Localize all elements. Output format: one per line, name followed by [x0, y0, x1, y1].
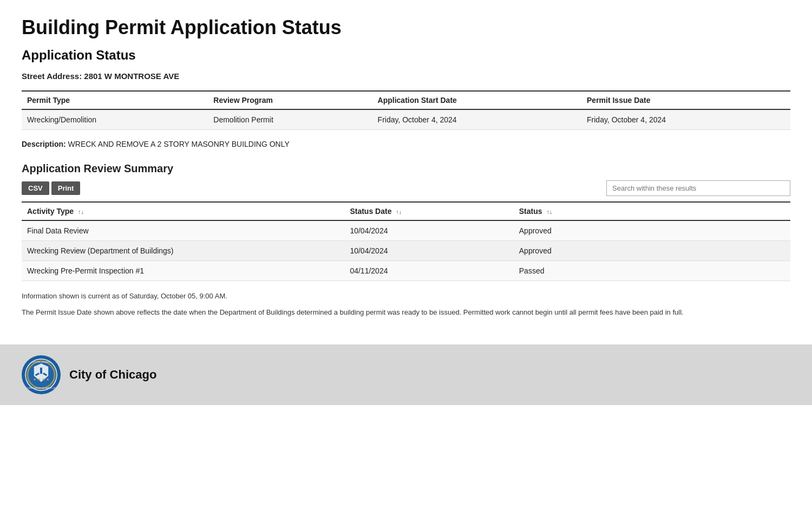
table-row: Final Data Review10/04/2024Approved	[22, 220, 790, 241]
col-header-status-date: Status Date ↑↓	[344, 202, 513, 220]
col-header-activity-type: Activity Type ↑↓	[22, 202, 344, 220]
permit-row: Wrecking/Demolition Demolition Permit Fr…	[22, 109, 790, 130]
csv-button[interactable]: CSV	[22, 181, 49, 195]
city-logo: ★ ★ ★ ★ CITY OF CHICAGO INCORPORATED 4th…	[22, 355, 61, 394]
col-header-permit-type: Permit Type	[22, 91, 208, 109]
status-cell: Approved	[514, 241, 790, 261]
review-summary-title: Application Review Summary	[22, 162, 790, 175]
street-address-label: Street Address:	[22, 71, 82, 81]
table-row: Wrecking Pre-Permit Inspection #104/11/2…	[22, 261, 790, 281]
activity-type-cell: Final Data Review	[22, 220, 344, 241]
svg-text:★ ★ ★ ★: ★ ★ ★ ★	[33, 377, 49, 381]
footer: ★ ★ ★ ★ CITY OF CHICAGO INCORPORATED 4th…	[0, 344, 812, 405]
street-address: Street Address: 2801 W MONTROSE AVE	[22, 71, 790, 81]
print-button[interactable]: Print	[51, 181, 81, 195]
status-cell: Passed	[514, 261, 790, 281]
info-line-1: Information shown is current as of Satur…	[22, 291, 790, 302]
review-program-cell: Demolition Permit	[208, 109, 372, 130]
svg-rect-5	[40, 368, 42, 374]
activity-type-cell: Wrecking Pre-Permit Inspection #1	[22, 261, 344, 281]
table-row: Wrecking Review (Department of Buildings…	[22, 241, 790, 261]
description-value: WRECK AND REMOVE A 2 STORY MASONRY BUILD…	[68, 140, 290, 148]
section-subtitle: Application Status	[22, 48, 790, 63]
permit-type-cell: Wrecking/Demolition	[22, 109, 208, 130]
app-start-date-cell: Friday, October 4, 2024	[372, 109, 581, 130]
page-title: Building Permit Application Status	[22, 16, 790, 39]
info-line-2: The Permit Issue Date shown above reflec…	[22, 307, 790, 318]
svg-text:CITY OF CHICAGO: CITY OF CHICAGO	[32, 361, 50, 363]
status-date-cell: 10/04/2024	[344, 220, 513, 241]
status-cell: Approved	[514, 220, 790, 241]
activity-table: Activity Type ↑↓ Status Date ↑↓ Status ↑…	[22, 201, 790, 281]
svg-text:INCORPORATED 4th MARCH 1837: INCORPORATED 4th MARCH 1837	[25, 387, 58, 389]
status-sort-icon[interactable]: ↑↓	[546, 209, 552, 215]
toolbar-buttons: CSV Print	[22, 181, 80, 195]
street-address-value: 2801 W MONTROSE AVE	[84, 71, 179, 81]
col-header-review-program: Review Program	[208, 91, 372, 109]
status-date-cell: 04/11/2024	[344, 261, 513, 281]
col-header-permit-issue-date: Permit Issue Date	[581, 91, 790, 109]
activity-sort-icon[interactable]: ↑↓	[78, 209, 84, 215]
status-date-cell: 10/04/2024	[344, 241, 513, 261]
description-row: Description: WRECK AND REMOVE A 2 STORY …	[22, 138, 790, 151]
activity-type-cell: Wrecking Review (Department of Buildings…	[22, 241, 344, 261]
footer-city-name: City of Chicago	[69, 368, 156, 382]
description-label: Description:	[22, 140, 66, 148]
permit-info-table: Permit Type Review Program Application S…	[22, 90, 790, 130]
search-input[interactable]	[606, 180, 790, 196]
col-header-status: Status ↑↓	[514, 202, 790, 220]
status-date-sort-icon[interactable]: ↑↓	[396, 209, 402, 215]
summary-toolbar: CSV Print	[22, 180, 790, 196]
permit-issue-date-cell: Friday, October 4, 2024	[581, 109, 790, 130]
col-header-app-start-date: Application Start Date	[372, 91, 581, 109]
